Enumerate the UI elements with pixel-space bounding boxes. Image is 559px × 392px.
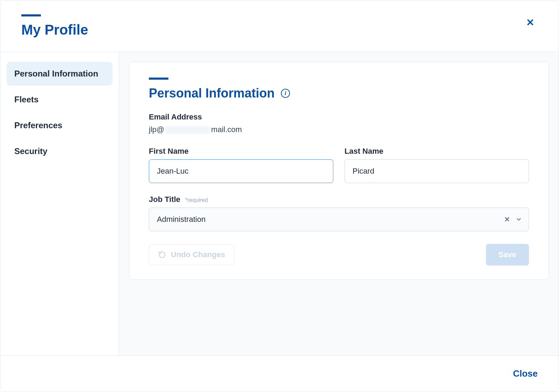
info-icon[interactable]: i bbox=[281, 89, 290, 98]
chevron-down-icon[interactable] bbox=[516, 216, 522, 223]
title-accent-bar bbox=[21, 14, 41, 16]
sidebar-item-security[interactable]: Security bbox=[7, 139, 112, 163]
email-redacted bbox=[165, 126, 210, 134]
form-actions: Undo Changes Save bbox=[149, 244, 529, 266]
last-name-col: Last Name bbox=[344, 147, 529, 183]
modal-footer: Close bbox=[0, 355, 559, 392]
close-button[interactable]: Close bbox=[513, 368, 538, 379]
first-name-label: First Name bbox=[149, 147, 333, 156]
job-title-value: Administration bbox=[157, 215, 205, 224]
job-title-label: Job Title bbox=[149, 195, 180, 204]
modal-title: My Profile bbox=[21, 22, 88, 38]
last-name-label: Last Name bbox=[344, 147, 529, 156]
email-value: jlp@mail.com bbox=[149, 125, 529, 134]
modal-header: My Profile ✕ bbox=[0, 0, 559, 52]
last-name-input[interactable] bbox=[344, 159, 529, 183]
section-accent-bar bbox=[149, 78, 168, 80]
email-prefix: jlp@ bbox=[149, 125, 164, 134]
close-icon[interactable]: ✕ bbox=[523, 14, 538, 31]
first-name-col: First Name bbox=[149, 147, 333, 183]
undo-changes-button[interactable]: Undo Changes bbox=[149, 244, 234, 265]
email-label: Email Address bbox=[149, 112, 529, 122]
sidebar-item-preferences[interactable]: Preferences bbox=[7, 114, 112, 137]
sidebar-item-personal-information[interactable]: Personal Information bbox=[7, 62, 112, 86]
sidebar-item-fleets[interactable]: Fleets bbox=[7, 88, 112, 111]
undo-label: Undo Changes bbox=[171, 250, 225, 259]
first-name-input[interactable] bbox=[149, 159, 333, 183]
job-title-required-hint: *required bbox=[185, 197, 208, 203]
sidebar: Personal Information Fleets Preferences … bbox=[0, 52, 119, 355]
sidebar-item-label: Fleets bbox=[14, 95, 38, 104]
job-title-select[interactable]: Administration bbox=[149, 208, 529, 231]
section-title: Personal Information bbox=[149, 86, 275, 101]
section-title-row: Personal Information i bbox=[149, 86, 529, 101]
modal-body: Personal Information Fleets Preferences … bbox=[0, 52, 559, 355]
profile-modal: My Profile ✕ Personal Information Fleets… bbox=[0, 0, 559, 392]
email-suffix: mail.com bbox=[211, 125, 242, 134]
job-title-select-wrap: Administration ✕ bbox=[149, 208, 529, 231]
title-wrap: My Profile bbox=[21, 14, 88, 38]
personal-information-panel: Personal Information i Email Address jlp… bbox=[129, 62, 549, 280]
content-area: Personal Information i Email Address jlp… bbox=[119, 52, 559, 355]
job-title-label-row: Job Title *required bbox=[149, 195, 529, 204]
sidebar-item-label: Personal Information bbox=[14, 69, 98, 78]
sidebar-item-label: Security bbox=[14, 146, 48, 156]
name-row: First Name Last Name bbox=[149, 147, 529, 183]
select-icons: ✕ bbox=[504, 216, 522, 223]
save-button[interactable]: Save bbox=[486, 244, 529, 266]
clear-icon[interactable]: ✕ bbox=[504, 216, 510, 223]
undo-icon bbox=[158, 251, 166, 259]
sidebar-item-label: Preferences bbox=[14, 121, 62, 130]
